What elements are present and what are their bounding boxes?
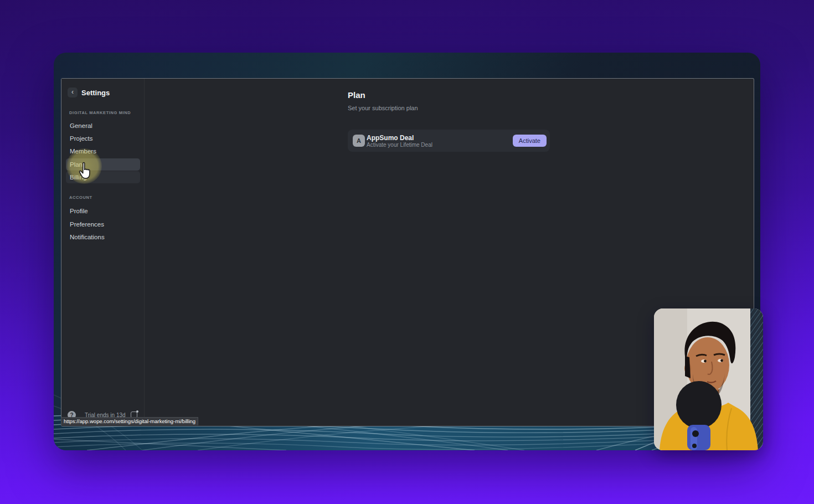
hand-cursor-icon xyxy=(77,161,94,180)
sidebar-title: Settings xyxy=(81,89,110,97)
page-subtitle: Set your subscription plan xyxy=(348,105,418,111)
sidebar-item-profile[interactable]: Profile xyxy=(66,205,140,217)
account-section-label: ACCOUNT xyxy=(69,195,92,200)
appsumo-deal-card: A AppSumo Deal Activate your Lifetime De… xyxy=(348,130,550,152)
deal-subtitle: Activate your Lifetime Deal xyxy=(367,142,432,148)
sidebar-item-preferences[interactable]: Preferences xyxy=(66,218,140,230)
workspace-section-label: DIGITAL MARKETING MIND xyxy=(69,110,131,115)
sidebar-item-members[interactable]: Members xyxy=(66,145,140,157)
presenter-portrait xyxy=(654,308,763,450)
webcam-overlay xyxy=(654,308,763,450)
page-title: Plan xyxy=(348,90,365,100)
settings-panel: ‹ Settings DIGITAL MARKETING MIND Genera… xyxy=(61,78,754,426)
activate-button[interactable]: Activate xyxy=(513,135,547,147)
sidebar-item-notifications[interactable]: Notifications xyxy=(66,231,140,243)
settings-sidebar: ‹ Settings DIGITAL MARKETING MIND Genera… xyxy=(61,79,145,426)
back-button[interactable]: ‹ xyxy=(68,88,78,97)
sidebar-item-general[interactable]: General xyxy=(66,120,140,132)
appsumo-icon: A xyxy=(353,135,365,147)
link-preview-statusbar: https://app.wope.com/settings/digital-ma… xyxy=(61,417,198,425)
sidebar-item-projects[interactable]: Projects xyxy=(66,132,140,145)
deal-title: AppSumo Deal xyxy=(367,134,414,142)
